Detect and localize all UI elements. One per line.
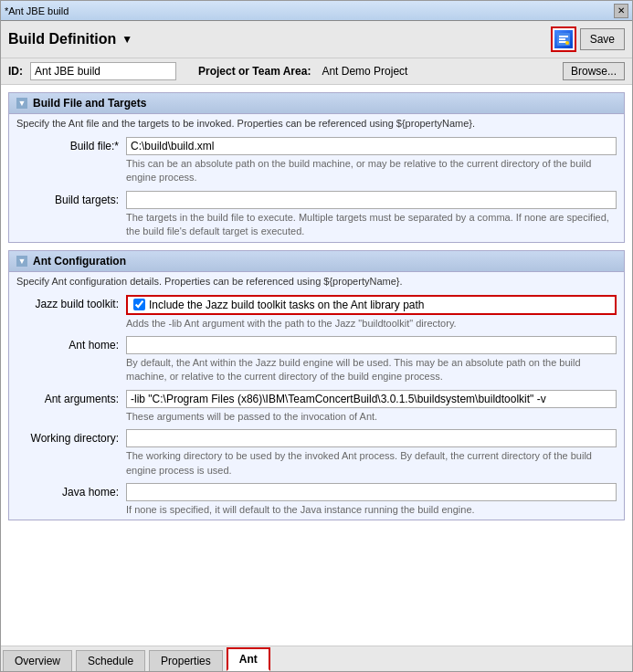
header-toolbar: Build Definition ▼ Save bbox=[1, 21, 632, 58]
working-dir-input[interactable] bbox=[126, 429, 617, 447]
working-dir-hint: The working directory to be used by the … bbox=[126, 449, 617, 478]
working-dir-field: The working directory to be used by the … bbox=[126, 429, 617, 478]
id-input[interactable] bbox=[30, 62, 176, 80]
tab-overview[interactable]: Overview bbox=[3, 650, 72, 671]
jazz-toolkit-field: Include the Jazz build toolkit tasks on … bbox=[126, 295, 617, 331]
browse-button[interactable]: Browse... bbox=[563, 62, 625, 80]
page-title: Build Definition bbox=[8, 31, 116, 47]
svg-rect-1 bbox=[559, 36, 568, 37]
title-bar: *Ant JBE build ✕ bbox=[1, 1, 632, 21]
build-file-label: Build file:* bbox=[16, 137, 126, 152]
save-button[interactable]: Save bbox=[580, 28, 625, 50]
ant-config-section-desc: Specify Ant configuration details. Prope… bbox=[9, 272, 624, 292]
id-label: ID: bbox=[8, 65, 23, 78]
header-right: Save bbox=[551, 26, 625, 52]
build-icon-container bbox=[551, 26, 576, 52]
build-file-section-desc: Specify the Ant file and the targets to … bbox=[9, 114, 624, 134]
build-file-section-header: ▼ Build File and Targets bbox=[9, 93, 624, 114]
ant-home-input[interactable] bbox=[126, 336, 617, 354]
section-toggle-ant[interactable]: ▼ bbox=[16, 256, 27, 267]
window-title: *Ant JBE build bbox=[5, 5, 614, 16]
jazz-toolkit-hint: Adds the -lib Ant argument with the path… bbox=[126, 317, 617, 331]
jazz-toolkit-label: Jazz build toolkit: bbox=[16, 295, 126, 310]
build-targets-label: Build targets: bbox=[16, 191, 126, 206]
jazz-toolkit-checkbox-label: Include the Jazz build toolkit tasks on … bbox=[149, 299, 425, 311]
build-targets-row: Build targets: The targets in the build … bbox=[9, 188, 624, 242]
ant-config-section-header: ▼ Ant Configuration bbox=[9, 251, 624, 272]
ant-arguments-hint: These arguments will be passed to the in… bbox=[126, 410, 617, 424]
working-dir-label: Working directory: bbox=[16, 429, 126, 445]
main-window: *Ant JBE build ✕ Build Definition ▼ bbox=[0, 0, 633, 672]
bottom-tabs: Overview Schedule Properties Ant bbox=[1, 646, 632, 671]
java-home-field: If none is specified, it will default to… bbox=[126, 483, 617, 517]
java-home-label: Java home: bbox=[16, 483, 126, 499]
id-row: ID: Project or Team Area: Ant Demo Proje… bbox=[1, 58, 632, 85]
working-dir-row: Working directory: The working directory… bbox=[9, 426, 624, 480]
project-label: Project or Team Area: bbox=[198, 65, 311, 78]
dropdown-icon[interactable]: ▼ bbox=[121, 33, 132, 46]
java-home-input[interactable] bbox=[126, 483, 617, 501]
jazz-toolkit-checkbox-container: Include the Jazz build toolkit tasks on … bbox=[126, 295, 617, 315]
header-left: Build Definition ▼ bbox=[8, 31, 132, 47]
jazz-toolkit-row: Jazz build toolkit: Include the Jazz bui… bbox=[9, 292, 624, 333]
build-icon bbox=[554, 30, 573, 48]
ant-arguments-input[interactable] bbox=[126, 390, 617, 408]
build-file-section: ▼ Build File and Targets Specify the Ant… bbox=[8, 92, 625, 243]
close-button[interactable]: ✕ bbox=[614, 4, 628, 18]
build-targets-hint: The targets in the build file to execute… bbox=[126, 211, 617, 239]
ant-arguments-label: Ant arguments: bbox=[16, 390, 126, 405]
tab-properties[interactable]: Properties bbox=[149, 650, 223, 671]
svg-point-4 bbox=[565, 41, 569, 45]
build-targets-input[interactable] bbox=[126, 191, 617, 209]
build-file-row: Build file:* This can be an absolute pat… bbox=[9, 134, 624, 188]
build-file-field: This can be an absolute path on the buil… bbox=[126, 137, 617, 185]
main-content: ▼ Build File and Targets Specify the Ant… bbox=[1, 85, 632, 646]
build-file-section-title: Build File and Targets bbox=[33, 97, 146, 110]
java-home-row: Java home: If none is specified, it will… bbox=[9, 480, 624, 520]
ant-home-field: By default, the Ant within the Jazz buil… bbox=[126, 336, 617, 384]
ant-config-section: ▼ Ant Configuration Specify Ant configur… bbox=[8, 250, 625, 521]
ant-home-label: Ant home: bbox=[16, 336, 126, 352]
svg-rect-2 bbox=[559, 38, 565, 40]
ant-home-row: Ant home: By default, the Ant within the… bbox=[9, 333, 624, 387]
section-toggle-build[interactable]: ▼ bbox=[16, 98, 27, 109]
tab-schedule[interactable]: Schedule bbox=[76, 650, 145, 671]
svg-rect-3 bbox=[559, 41, 566, 43]
ant-build-svg bbox=[556, 32, 571, 47]
ant-config-section-title: Ant Configuration bbox=[33, 255, 126, 268]
jazz-toolkit-checkbox[interactable] bbox=[133, 299, 145, 310]
project-value: Ant Demo Project bbox=[322, 65, 407, 78]
java-home-hint: If none is specified, it will default to… bbox=[126, 503, 617, 517]
build-targets-field: The targets in the build file to execute… bbox=[126, 191, 617, 239]
build-file-input[interactable] bbox=[126, 137, 617, 155]
build-file-hint: This can be an absolute path on the buil… bbox=[126, 157, 617, 185]
tab-ant[interactable]: Ant bbox=[227, 647, 270, 671]
ant-home-hint: By default, the Ant within the Jazz buil… bbox=[126, 356, 617, 384]
ant-arguments-field: These arguments will be passed to the in… bbox=[126, 390, 617, 424]
ant-arguments-row: Ant arguments: These arguments will be p… bbox=[9, 387, 624, 426]
